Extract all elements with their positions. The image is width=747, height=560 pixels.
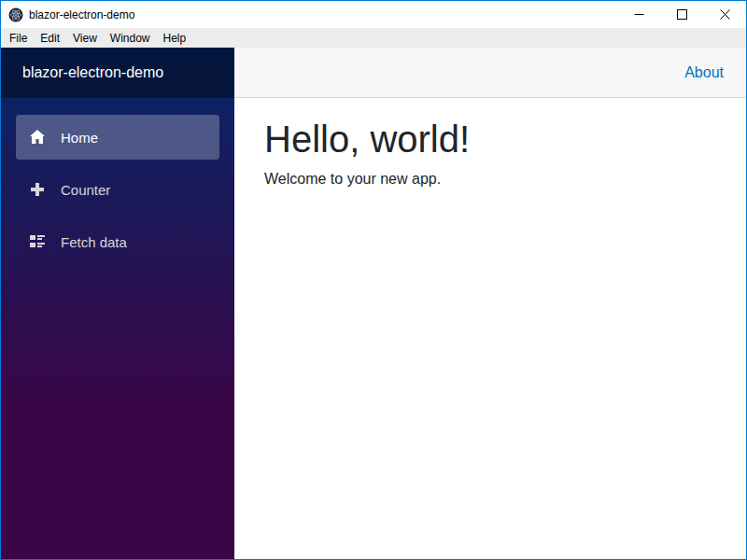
minimize-button[interactable]: [617, 1, 660, 28]
sidebar-item-counter[interactable]: Counter: [16, 167, 219, 212]
page-subtitle: Welcome to your new app.: [264, 171, 716, 188]
page-title: Hello, world!: [264, 117, 716, 161]
sidebar-item-fetch-data[interactable]: Fetch data: [16, 219, 219, 264]
sidebar-item-label: Counter: [61, 182, 110, 198]
close-icon: [720, 9, 730, 20]
app-body: blazor-electron-demo Home: [1, 48, 746, 559]
home-icon: [30, 130, 45, 145]
sidebar-item-label: Fetch data: [61, 234, 127, 250]
top-row: About: [234, 48, 746, 98]
minimize-icon: [634, 9, 644, 20]
maximize-button[interactable]: [660, 1, 703, 28]
about-link[interactable]: About: [684, 64, 724, 81]
menubar: File Edit View Window Help: [1, 28, 746, 48]
page-content: Hello, world! Welcome to your new app.: [234, 98, 746, 206]
menu-help[interactable]: Help: [157, 30, 193, 47]
window-controls: [617, 1, 746, 28]
titlebar[interactable]: blazor-electron-demo: [1, 1, 746, 28]
electron-app-icon[interactable]: [8, 7, 23, 22]
close-button[interactable]: [703, 1, 746, 28]
menu-window[interactable]: Window: [104, 30, 157, 47]
menu-view[interactable]: View: [66, 30, 104, 47]
nav-menu: Home Counter: [1, 98, 234, 272]
list-rich-icon: [30, 234, 45, 249]
sidebar-brand[interactable]: blazor-electron-demo: [1, 48, 234, 98]
plus-icon: [30, 182, 45, 197]
sidebar-item-label: Home: [61, 130, 98, 146]
app-window: blazor-electron-demo File Edit: [0, 0, 747, 560]
maximize-icon: [677, 9, 687, 20]
sidebar-item-home[interactable]: Home: [16, 115, 219, 160]
sidebar-brand-label: blazor-electron-demo: [22, 64, 163, 81]
sidebar: blazor-electron-demo Home: [1, 48, 234, 559]
main-panel: About Hello, world! Welcome to your new …: [234, 48, 746, 559]
menu-edit[interactable]: Edit: [34, 30, 66, 47]
window-title: blazor-electron-demo: [29, 8, 134, 21]
menu-file[interactable]: File: [3, 30, 34, 47]
